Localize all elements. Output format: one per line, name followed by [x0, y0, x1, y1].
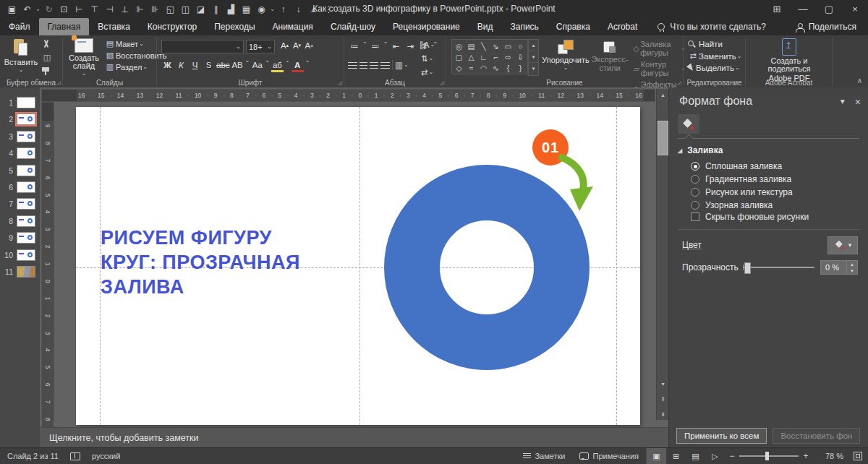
- hide-background-checkbox-row[interactable]: Скрыть фоновые рисунки: [691, 211, 809, 223]
- ribbon-display-options-button[interactable]: ⊞: [764, 0, 790, 18]
- zoom-slider-thumb[interactable]: [765, 452, 769, 460]
- panel-options-chevron-icon[interactable]: ▾: [841, 96, 845, 108]
- gradient-fill-radio[interactable]: Градиентная заливка: [691, 173, 791, 185]
- chevron-down-icon[interactable]: ⌄: [429, 70, 434, 74]
- font-dialog-launcher-icon[interactable]: ◿: [339, 80, 342, 86]
- bullets-button[interactable]: ≔: [348, 40, 361, 53]
- slide-title-text[interactable]: РИСУЕМ ФИГУРУКРУГ: ПРОЗРАЧНАЯЗАЛИВА: [101, 225, 332, 299]
- chevron-down-icon[interactable]: ⌄: [362, 40, 367, 53]
- chevron-down-icon[interactable]: ⌄: [245, 59, 250, 63]
- align-objects-left-icon[interactable]: ⊢: [72, 1, 87, 17]
- left-brace-shape[interactable]: {: [502, 62, 514, 73]
- transparency-spinbox[interactable]: 0 % ▲ ▼: [820, 260, 858, 275]
- tab-record[interactable]: Запись: [501, 18, 547, 35]
- slideshow-view-button[interactable]: ▷: [705, 448, 725, 464]
- radio-icon[interactable]: [691, 201, 699, 210]
- slide-sorter-button[interactable]: ⊞: [666, 448, 686, 464]
- picture-texture-fill-radio[interactable]: Рисунок или текстура: [691, 186, 793, 198]
- smartart-convert-button[interactable]: ⇄⌄: [420, 66, 435, 79]
- apply-to-all-button[interactable]: Применить ко всем: [676, 428, 767, 444]
- align-right-button[interactable]: [370, 62, 378, 69]
- text-shadow-button[interactable]: S: [203, 59, 215, 72]
- spin-up-icon[interactable]: ▲: [847, 261, 857, 267]
- chevron-down-icon[interactable]: ⌄: [265, 59, 270, 63]
- tab-design[interactable]: Конструктор: [139, 18, 205, 35]
- shapes-more-icon[interactable]: ▾: [529, 62, 538, 74]
- slide-thumbnail[interactable]: [17, 198, 35, 210]
- select-button[interactable]: Выделить⌄: [688, 64, 741, 72]
- oval-shape[interactable]: ○: [514, 40, 527, 51]
- vertical-ruler[interactable]: 9876543210123456789: [41, 102, 54, 420]
- radio-icon[interactable]: [691, 162, 699, 171]
- close-button[interactable]: ×: [842, 0, 868, 18]
- rectangle-shape[interactable]: ▭: [502, 40, 514, 51]
- highlight-button[interactable]: аб: [271, 60, 284, 72]
- collapse-ribbon-icon[interactable]: ∧: [857, 77, 862, 85]
- arrow-line-shape[interactable]: ⇘: [490, 40, 502, 51]
- insert-chart-icon[interactable]: ▟: [224, 1, 239, 17]
- fill-tab-button[interactable]: [678, 114, 699, 134]
- reset-background-button[interactable]: Восстановить фон: [773, 428, 860, 444]
- text-direction-icon[interactable]: ∥: [208, 1, 224, 17]
- chevron-down-icon[interactable]: ⌄: [383, 40, 388, 53]
- bold-button[interactable]: Ж: [161, 59, 174, 72]
- strikethrough-button[interactable]: abc: [216, 59, 230, 72]
- zoom-level[interactable]: 78 %: [813, 452, 848, 460]
- previous-slide-icon[interactable]: ⇞: [657, 393, 669, 405]
- reading-view-button[interactable]: ▤: [686, 448, 705, 464]
- minimize-button[interactable]: —: [790, 0, 816, 18]
- horizontal-ruler[interactable]: 16·15·14·13·12·11·10·9·8·7·6·5·4·3·2·1·0…: [41, 89, 655, 102]
- chevron-down-icon[interactable]: ⌄: [35, 1, 41, 17]
- grow-font-button[interactable]: А▴: [278, 39, 291, 52]
- drawing-dialog-launcher-icon[interactable]: ◿: [678, 80, 681, 86]
- view-gridlines-icon[interactable]: ▦: [239, 1, 254, 17]
- radio-icon[interactable]: [691, 188, 699, 197]
- right-arrow-shape[interactable]: ⇨: [502, 51, 514, 62]
- slide-thumbnail[interactable]: [17, 165, 35, 176]
- merge-shapes-icon[interactable]: ◉: [254, 1, 269, 17]
- rounded-rectangle-shape[interactable]: ▢: [453, 51, 465, 62]
- slide-thumbnail[interactable]: [17, 113, 35, 125]
- shape-outline-button[interactable]: ▱Контур фигуры⌄: [633, 60, 686, 77]
- distribute-vertically-icon[interactable]: ⊪: [148, 1, 163, 17]
- vertical-scrollbar[interactable]: ▴ ▾ ⇞ ⇟: [656, 89, 669, 420]
- new-slide-button[interactable]: Создать слайд ⌄: [66, 38, 102, 76]
- tab-review[interactable]: Рецензирование: [384, 18, 469, 35]
- paste-button[interactable]: Вставить ⌄: [4, 38, 38, 72]
- next-slide-icon[interactable]: ⇟: [657, 408, 669, 420]
- slide-thumbnail[interactable]: [17, 215, 35, 227]
- tell-me-box[interactable]: Что вы хотите сделать?: [658, 18, 766, 35]
- shape-fill-button[interactable]: ◇Заливка фигуры⌄: [633, 40, 686, 57]
- solid-fill-radio[interactable]: Сплошная заливка: [691, 160, 782, 172]
- tab-file[interactable]: Файл: [0, 18, 39, 35]
- notes-toggle[interactable]: Заметки: [516, 448, 572, 464]
- chevron-down-icon[interactable]: ⌄: [430, 43, 435, 47]
- font-size-combo[interactable]: 18+⌄: [246, 40, 275, 53]
- change-case-button[interactable]: Аа: [251, 59, 263, 72]
- paragraph-dialog-launcher-icon[interactable]: ◿: [441, 80, 444, 86]
- color-picker-button[interactable]: ▾: [827, 236, 858, 254]
- group-objects-icon[interactable]: ◱: [163, 1, 178, 17]
- clipboard-dialog-launcher-icon[interactable]: ◿: [57, 80, 61, 86]
- tab-slideshow[interactable]: Слайд-шоу: [322, 18, 384, 35]
- distribute-horizontally-icon[interactable]: ⊩: [132, 1, 148, 17]
- comments-toggle[interactable]: Примечания: [572, 448, 646, 464]
- slide-canvas[interactable]: РИСУЕМ ФИГУРУКРУГ: ПРОЗРАЧНАЯЗАЛИВА 01: [76, 107, 640, 425]
- duplicate-object-icon[interactable]: ◫: [178, 1, 193, 17]
- checkbox-icon[interactable]: [691, 212, 699, 221]
- elbow-connector-shape[interactable]: ∟: [477, 51, 490, 62]
- columns-button[interactable]: ▥⌄: [395, 59, 409, 72]
- slide-thumbnail[interactable]: [17, 232, 35, 244]
- align-objects-middle-icon[interactable]: ⊥: [117, 1, 132, 17]
- shapes-scroll-up-icon[interactable]: ▴: [529, 40, 538, 51]
- italic-button[interactable]: К: [175, 59, 187, 72]
- scrollbar-thumb[interactable]: [658, 121, 668, 155]
- slide-thumbnail[interactable]: [17, 131, 35, 142]
- tab-home[interactable]: Главная: [39, 18, 90, 35]
- notes-pane[interactable]: Щелкните, чтобы добавить заметки: [40, 427, 669, 448]
- arrange-button[interactable]: Упорядочить ⌄: [542, 40, 590, 70]
- replace-button[interactable]: ⇄Заменить⌄: [688, 51, 741, 61]
- scribble-shape[interactable]: ≈: [465, 62, 477, 73]
- arc-shape[interactable]: ◠: [477, 62, 490, 73]
- font-name-combo[interactable]: ⌄: [161, 40, 244, 53]
